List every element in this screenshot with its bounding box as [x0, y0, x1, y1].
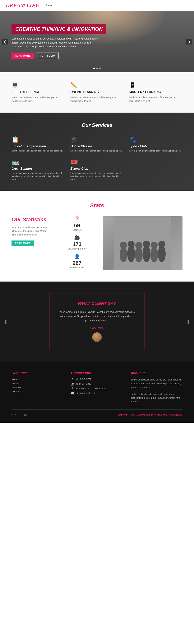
contact-email: ✉️ mail@example.com	[71, 392, 123, 395]
services-top-row: 📋 Education Organization Lorem ipsum dol…	[12, 136, 182, 152]
footer-link-home[interactable]: Home	[12, 378, 64, 381]
testimonial-text: Donec laoreet eu purus eu viverra. Vesti…	[57, 310, 137, 322]
footer-link-contact[interactable]: Contact Us	[12, 390, 64, 393]
hero-prev-arrow[interactable]: ❮	[2, 39, 8, 44]
question-icon: ❓	[74, 216, 80, 222]
stats-image	[103, 216, 182, 270]
service-name-2: Online Classes	[70, 144, 124, 148]
service-name-5: Events Club	[70, 167, 124, 170]
footer-links-col: Our Links Home About Portfolio Contact U…	[12, 371, 64, 404]
phone-icon-1: 📍	[71, 378, 74, 381]
hero-dots	[93, 68, 101, 70]
phone-icon: 📱	[130, 82, 182, 88]
events-icon: 🎟️	[70, 158, 124, 166]
stats-content: Our Statistics Nunc mauris nulla, suscip…	[12, 216, 182, 270]
location-icon: 📍	[71, 387, 74, 390]
university-number: 173	[73, 241, 82, 248]
contact-phone2: 📠 +987 654 3210	[71, 382, 123, 386]
google-plus-icon[interactable]: G+	[18, 414, 22, 417]
hero-dot-1[interactable]	[93, 68, 95, 70]
contact-phone1: 📍 +012 345 6789	[71, 378, 123, 381]
footer-about-col: About us Sed ut perspiciatis unde omnis …	[130, 371, 182, 404]
hero-dot-2[interactable]	[96, 68, 98, 70]
stats-left-title: Our Statistics	[12, 216, 52, 223]
testimonial-next-arrow[interactable]: ❯	[186, 319, 190, 324]
hero-buttons: READ MORE PORTFOLIO	[12, 52, 182, 59]
service-text-2: Lorem ipsum dolor sit amet, consectetur …	[70, 149, 124, 152]
hero-next-arrow[interactable]: ❯	[186, 39, 192, 44]
laptop-icon: 💻	[12, 82, 64, 88]
read-more-button[interactable]: READ MORE	[12, 52, 34, 59]
footer-contact-col: Contact Info 📍 +012 345 6789 📠 +987 654 …	[71, 371, 123, 404]
hero-section: ❮ CREATIVE THINKING & INNOVATION Lorem i…	[0, 11, 194, 72]
testimonial-title: WHAT CLIENT SAY	[57, 301, 137, 306]
service-name-1: Education Organization	[12, 144, 64, 148]
service-education: 📋 Education Organization Lorem ipsum dol…	[12, 136, 64, 152]
testimonial-prev-arrow[interactable]: ❮	[4, 319, 8, 324]
hero-title: CREATIVE THINKING & INNOVATION	[12, 24, 106, 34]
contact-phone1-text: +012 345 6789	[76, 378, 91, 381]
nav-home[interactable]: Home	[45, 4, 52, 7]
hero-dot-3[interactable]	[99, 68, 101, 70]
linkedin-icon[interactable]: in	[24, 414, 27, 417]
stats-numbers: ❓ 69 Learners 🎥 173 University partners …	[57, 216, 97, 269]
fax-icon: 📠	[71, 382, 74, 386]
feature-title-1: SELF EXPERIENCE	[12, 90, 64, 94]
pencil-icon: ✏️	[70, 82, 124, 88]
feature-self-experience: 💻 SELF EXPERIENCE Morbi viverra lacus co…	[12, 82, 64, 103]
service-support: 🚌 Great Support Lorem ipsum dolor sit am…	[12, 158, 64, 181]
stats-left-text: Nunc mauris nulla, suscipit sit amet ult…	[12, 226, 52, 237]
service-name-3: Sports Club	[130, 144, 182, 148]
feature-text-1: Morbi viverra lacus commodo felis semper…	[12, 96, 64, 103]
stat-learners: ❓ 69 Learners	[57, 216, 97, 231]
footer: Our Links Home About Portfolio Contact U…	[0, 362, 194, 422]
stats-image-inner	[103, 216, 182, 270]
copyright-brand: 昵图素材	[173, 414, 182, 416]
header: DREAM LIFE Home	[0, 0, 194, 11]
avatar-image	[92, 332, 102, 342]
testimonial-section: ❮ WHAT CLIENT SAY Donec laoreet eu purus…	[0, 282, 194, 362]
person-icon: 👤	[74, 254, 80, 259]
footer-link-about[interactable]: About	[12, 382, 64, 385]
features-section: 💻 SELF EXPERIENCE Morbi viverra lacus co…	[0, 72, 194, 112]
university-label: University partners	[68, 248, 87, 250]
services-section: Our Services 📋 Education Organization Lo…	[0, 112, 194, 191]
avatar	[92, 332, 102, 342]
feature-online-learning: ✏️ ONLINE LEARNING Morbi viverra lacus c…	[70, 82, 124, 103]
professionals-label: Professionals	[70, 266, 84, 269]
service-text-3: Lorem ipsum dolor sit amet, consectetur …	[130, 149, 182, 152]
feature-title-2: ONLINE LEARNING	[70, 90, 124, 94]
service-events: 🎟️ Events Club Lorem ipsum dolor sit ame…	[70, 158, 124, 181]
logo: DREAM LIFE	[6, 2, 39, 8]
twitter-icon[interactable]: t	[14, 414, 15, 417]
service-text-5: Lorem ipsum dolor sit amet, consectetur …	[70, 172, 124, 181]
feature-mastery-learning: 📱 MASTERY LEARNING Morbi viverra lacus c…	[130, 82, 182, 103]
footer-about-text-2: Unde omnis iste natus error sit voluptat…	[130, 392, 182, 404]
copyright-text: Copyright © 2018.Company name All rights…	[118, 414, 173, 416]
footer-link-portfolio[interactable]: Portfolio	[12, 386, 64, 389]
service-text-4: Lorem ipsum dolor sit amet, consectetur …	[12, 172, 64, 181]
video-icon: 🎥	[74, 235, 80, 240]
service-name-4: Great Support	[12, 167, 64, 170]
contact-phone2-text: +987 654 3210	[76, 382, 91, 385]
portfolio-button[interactable]: PORTFOLIO	[36, 52, 59, 59]
support-icon: 🚌	[12, 158, 64, 166]
service-online-classes: 🎓 Online Classes Lorem ipsum dolor sit a…	[70, 136, 124, 152]
testimonial-box: WHAT CLIENT SAY Donec laoreet eu purus e…	[49, 293, 145, 350]
feature-text-2: Morbi viverra lacus commodo felis semper…	[70, 96, 124, 103]
contact-address-text: Kinome St, NY 10002, Canada.	[76, 387, 108, 390]
testimonial-author: Mark Henry	[57, 326, 137, 330]
sports-icon: 🐾	[130, 136, 182, 143]
service-placeholder	[130, 158, 182, 181]
footer-grid: Our Links Home About Portfolio Contact U…	[12, 371, 182, 404]
footer-links-title: Our Links	[12, 371, 64, 375]
services-inner: Our Services 📋 Education Organization Lo…	[12, 122, 182, 181]
feature-text-3: Morbi viverra lacus commodo felis semper…	[130, 96, 182, 103]
email-icon: ✉️	[71, 392, 74, 395]
feature-title-3: MASTERY LEARNING	[130, 90, 182, 94]
stat-university: 🎥 173 University partners	[57, 235, 97, 250]
footer-about-title: About us	[130, 371, 182, 375]
contact-email-text: mail@example.com	[76, 392, 96, 394]
stats-read-more-button[interactable]: READ MORE	[12, 240, 34, 246]
facebook-icon[interactable]: f	[12, 414, 12, 417]
